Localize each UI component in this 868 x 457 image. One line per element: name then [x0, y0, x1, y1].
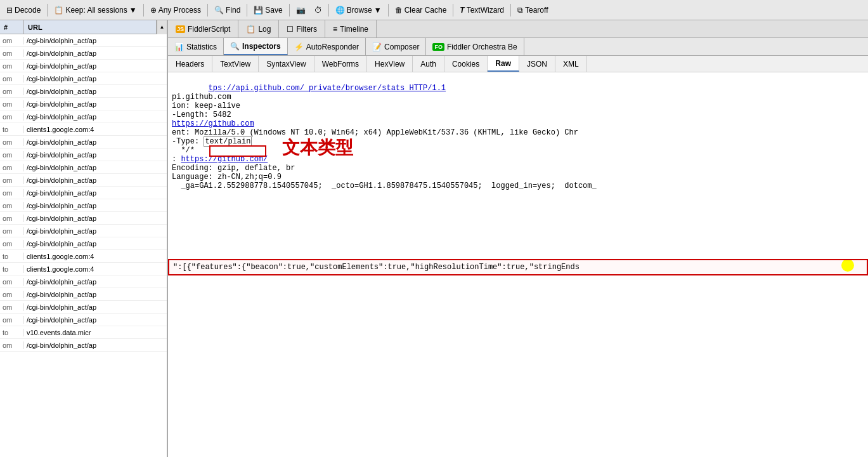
decode-icon: ⊟ [6, 6, 13, 15]
tab-hexview[interactable]: HexView [367, 56, 413, 72]
content-line9-prefix: : [172, 155, 181, 164]
cell-host: om [0, 202, 24, 209]
tab-xml[interactable]: XML [555, 56, 587, 72]
cell-host: om [0, 164, 24, 171]
list-item[interactable]: om /cgi-bin/dolphin_act/ap [0, 34, 167, 47]
cell-host: om [0, 62, 24, 70]
url-link[interactable]: tps://api.github.com/_private/browser/st… [209, 84, 446, 93]
scroll-arrow-up[interactable]: ▲ [160, 24, 165, 30]
tab-auth[interactable]: Auth [413, 56, 444, 72]
cell-host: om [0, 341, 24, 349]
session-list[interactable]: om /cgi-bin/dolphin_act/ap om /cgi-bin/d… [0, 34, 167, 457]
tearoff-button[interactable]: ⧉ Tearoff [514, 4, 552, 17]
list-item[interactable]: om /cgi-bin/dolphin_act/ap [0, 60, 167, 72]
tab-fiddler-orchestra[interactable]: FO Fiddler Orchestra Be [426, 38, 524, 55]
list-item[interactable]: om /cgi-bin/dolphin_act/ap [0, 136, 167, 149]
list-item[interactable]: om /cgi-bin/dolphin_act/ap [0, 275, 167, 288]
tab-statistics[interactable]: 📊 Statistics [168, 38, 224, 55]
content-line3: ion: keep-alive [172, 102, 240, 110]
list-item[interactable]: om /cgi-bin/dolphin_act/ap [0, 110, 167, 123]
tab-raw[interactable]: Raw [488, 56, 519, 72]
tab-composer[interactable]: 📝 Composer [366, 38, 426, 55]
left-panel: # URL ▲ om /cgi-bin/dolphin_act/ap om /c… [0, 20, 168, 457]
list-item[interactable]: om /cgi-bin/dolphin_act/ap [0, 288, 167, 301]
content-line2: pi.github.com [172, 93, 231, 102]
toolbar-separator-5 [289, 4, 290, 17]
save-button[interactable]: 💾 Save [250, 4, 286, 17]
tab-syntaxview[interactable]: SyntaxView [259, 56, 314, 72]
save-icon: 💾 [254, 6, 263, 15]
timeline-icon: ≡ [333, 25, 337, 34]
list-item[interactable]: om /cgi-bin/dolphin_act/ap [0, 199, 167, 212]
any-process-button[interactable]: ⊕ Any Process [146, 4, 205, 17]
browse-button[interactable]: 🌐 Browse ▼ [332, 4, 385, 17]
json-content: ":[{"features":{"beacon":true,"customEle… [173, 263, 580, 272]
list-item[interactable]: om /cgi-bin/dolphin_act/ap [0, 174, 167, 187]
cell-url: /cgi-bin/dolphin_act/ap [24, 278, 167, 286]
toolbar-separator-2 [143, 4, 144, 17]
cell-url: /cgi-bin/dolphin_act/ap [24, 50, 167, 57]
list-item[interactable]: om /cgi-bin/dolphin_act/ap [0, 161, 167, 174]
cell-host: to [0, 253, 24, 260]
cell-url: /cgi-bin/dolphin_act/ap [24, 341, 167, 349]
tab-json[interactable]: JSON [519, 56, 555, 72]
col-header-host: # [0, 20, 24, 34]
tab-log[interactable]: 📋 Log [238, 20, 279, 37]
cell-url: clients1.google.com:4 [24, 253, 167, 260]
tab-cookies[interactable]: Cookies [444, 56, 488, 72]
cell-url: /cgi-bin/dolphin_act/ap [24, 240, 167, 248]
screenshot-button[interactable]: 📷 [292, 4, 309, 17]
text-wizard-button[interactable]: T TextWizard [456, 4, 508, 17]
cell-url: /cgi-bin/dolphin_act/ap [24, 215, 167, 222]
cell-url: /cgi-bin/dolphin_act/ap [24, 151, 167, 159]
list-item[interactable]: om /cgi-bin/dolphin_act/ap [0, 212, 167, 225]
cell-host: om [0, 100, 24, 108]
tab-inspectors[interactable]: 🔍 Inspectors [224, 38, 288, 55]
list-item[interactable]: om /cgi-bin/dolphin_act/ap [0, 225, 167, 237]
list-item[interactable]: to v10.events.data.micr [0, 326, 167, 339]
list-item[interactable]: to clients1.google.com:4 [0, 263, 167, 275]
list-item[interactable]: om /cgi-bin/dolphin_act/ap [0, 187, 167, 199]
tab-fiddlerscript[interactable]: JS FiddlerScript [168, 20, 238, 37]
content-line9-link[interactable]: https://github.com/ [181, 155, 268, 164]
decode-button[interactable]: ⊟ Decode [3, 4, 44, 17]
list-item[interactable]: to clients1.google.com:4 [0, 123, 167, 136]
cell-host: om [0, 50, 24, 57]
annotation-text: 文本类型 [282, 136, 353, 160]
cell-url: /cgi-bin/dolphin_act/ap [24, 113, 167, 121]
timer-icon: ⏱ [314, 6, 322, 15]
cell-host: om [0, 176, 24, 184]
timer-button[interactable]: ⏱ [311, 4, 326, 17]
list-item[interactable]: om /cgi-bin/dolphin_act/ap [0, 47, 167, 60]
list-item[interactable]: om /cgi-bin/dolphin_act/ap [0, 85, 167, 98]
cell-url: clients1.google.com:4 [24, 126, 167, 133]
cell-host: om [0, 240, 24, 248]
tab-textview[interactable]: TextView [212, 56, 259, 72]
second-tab-bar: 📊 Statistics 🔍 Inspectors ⚡ AutoResponde… [168, 38, 868, 56]
keep-sessions-button[interactable]: 📋 Keep: All sessions ▼ [50, 4, 140, 17]
cell-url: clients1.google.com:4 [24, 265, 167, 273]
tab-headers[interactable]: Headers [168, 56, 212, 72]
list-item[interactable]: om /cgi-bin/dolphin_act/ap [0, 98, 167, 110]
content-area[interactable]: tps://api.github.com/_private/browser/st… [168, 72, 868, 259]
list-item[interactable]: om /cgi-bin/dolphin_act/ap [0, 72, 167, 85]
fiddlerscript-icon: JS [176, 25, 185, 33]
main-layout: # URL ▲ om /cgi-bin/dolphin_act/ap om /c… [0, 20, 868, 457]
toolbar-separator-6 [328, 4, 329, 17]
list-item[interactable]: to clients1.google.com:4 [0, 250, 167, 263]
find-button[interactable]: 🔍 Find [211, 4, 244, 17]
list-item[interactable]: om /cgi-bin/dolphin_act/ap [0, 237, 167, 250]
list-item[interactable]: om /cgi-bin/dolphin_act/ap [0, 314, 167, 326]
autoresponder-icon: ⚡ [294, 43, 304, 51]
list-item[interactable]: om /cgi-bin/dolphin_act/ap [0, 301, 167, 314]
tab-webforms[interactable]: WebForms [314, 56, 367, 72]
clear-cache-button[interactable]: 🗑 Clear Cache [391, 4, 451, 17]
list-item[interactable]: om /cgi-bin/dolphin_act/ap [0, 149, 167, 161]
content-line5-link[interactable]: https://github.com [172, 119, 254, 128]
tab-timeline[interactable]: ≡ Timeline [325, 20, 377, 37]
cell-host: om [0, 316, 24, 324]
tab-filters[interactable]: ☐ Filters [279, 20, 325, 37]
tab-autoresponder[interactable]: ⚡ AutoResponder [288, 38, 366, 55]
list-item[interactable]: om /cgi-bin/dolphin_act/ap [0, 339, 167, 352]
cell-url: /cgi-bin/dolphin_act/ap [24, 75, 167, 83]
